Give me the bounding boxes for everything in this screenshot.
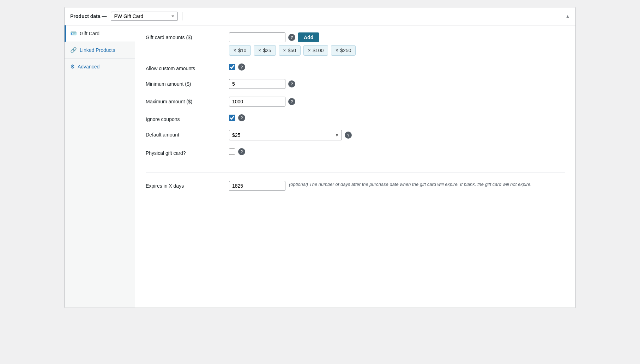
ignore-coupons-row: Ignore coupons ? — [146, 114, 565, 122]
physical-gift-card-label: Physical gift card? — [146, 148, 223, 156]
allow-custom-controls: ? — [229, 63, 245, 71]
expires-row: Expires in X days (optional) The number … — [146, 181, 565, 191]
expires-note: (optional) The number of days after the … — [289, 181, 532, 188]
expires-input[interactable] — [229, 181, 285, 191]
ignore-coupons-checkbox[interactable] — [229, 115, 235, 121]
product-type-select[interactable]: PW Gift Card Simple product Variable pro… — [111, 12, 178, 21]
allow-custom-help-icon: ? — [238, 63, 245, 71]
amount-tag-50: × $50 — [279, 45, 301, 56]
max-amount-row: Maximum amount ($) ? — [146, 97, 565, 107]
remove-tag-50[interactable]: × — [283, 48, 286, 53]
max-amount-controls: ? — [229, 97, 295, 107]
amount-tag-50-value: $50 — [288, 48, 296, 53]
physical-gift-card-row: Physical gift card? ? — [146, 148, 565, 156]
amount-tag-10-value: $10 — [238, 48, 246, 53]
panel-body: 🪪 Gift Card 🔗 Linked Products ⚙ Advanced — [65, 25, 575, 308]
physical-gift-card-help-icon: ? — [238, 148, 245, 155]
expires-controls: (optional) The number of days after the … — [229, 181, 532, 191]
physical-gift-card-checkbox[interactable] — [229, 148, 235, 155]
panel-header: Product data — PW Gift Card Simple produ… — [65, 7, 575, 25]
sidebar-label-gift-card: Gift Card — [80, 31, 99, 36]
product-data-panel: Product data — PW Gift Card Simple produ… — [64, 7, 576, 308]
physical-gift-card-controls: ? — [229, 148, 245, 155]
ignore-coupons-help-icon: ? — [238, 114, 245, 121]
amounts-label: Gift card amounts ($) — [146, 32, 223, 40]
amount-tag-100: × $100 — [303, 45, 328, 56]
sidebar-item-gift-card[interactable]: 🪪 Gift Card — [65, 25, 135, 42]
allow-custom-checkbox[interactable] — [229, 64, 235, 70]
default-amount-help-icon: ? — [345, 132, 352, 139]
amount-tag-100-value: $100 — [313, 48, 324, 53]
amounts-help-icon: ? — [288, 34, 295, 41]
allow-custom-label: Allow custom amounts — [146, 63, 223, 71]
default-amount-select[interactable]: $10 $25 $50 $100 $250 — [229, 130, 342, 140]
min-amount-input[interactable] — [229, 79, 285, 89]
amount-tags: × $10 × $25 × $50 — [229, 45, 356, 56]
ignore-coupons-label: Ignore coupons — [146, 114, 223, 122]
remove-tag-250[interactable]: × — [336, 48, 338, 53]
min-amount-controls: ? — [229, 79, 295, 89]
amount-tag-250-value: $250 — [340, 48, 351, 53]
min-amount-row: Minimum amount ($) ? — [146, 79, 565, 89]
gift-card-amounts-row: Gift card amounts ($) ? Add × $10 — [146, 32, 565, 56]
gift-card-section: Gift card amounts ($) ? Add × $10 — [146, 32, 565, 172]
panel-divider — [182, 12, 182, 20]
sidebar: 🪪 Gift Card 🔗 Linked Products ⚙ Advanced — [65, 25, 135, 308]
main-content: Gift card amounts ($) ? Add × $10 — [135, 25, 575, 308]
min-amount-help-icon: ? — [288, 80, 295, 87]
amount-tag-10: × $10 — [229, 45, 251, 56]
remove-tag-25[interactable]: × — [258, 48, 261, 53]
max-amount-input[interactable] — [229, 97, 285, 107]
panel-title: Product data — — [70, 13, 107, 19]
gear-icon: ⚙ — [70, 63, 75, 70]
amounts-controls: ? Add × $10 × $25 — [229, 32, 356, 56]
sidebar-label-advanced: Advanced — [78, 64, 99, 69]
collapse-icon[interactable]: ▲ — [566, 14, 570, 19]
amount-tag-25: × $25 — [254, 45, 276, 56]
max-amount-label: Maximum amount ($) — [146, 97, 223, 104]
expires-label: Expires in X days — [146, 181, 223, 189]
amount-tag-250: × $250 — [331, 45, 356, 56]
default-amount-controls: $10 $25 $50 $100 $250 ? — [229, 130, 352, 140]
amount-tag-25-value: $25 — [263, 48, 271, 53]
sidebar-item-advanced[interactable]: ⚙ Advanced — [65, 59, 135, 75]
link-icon: 🔗 — [70, 47, 77, 53]
add-amount-button[interactable]: Add — [298, 32, 319, 42]
amounts-input[interactable] — [229, 32, 285, 42]
sidebar-item-linked-products[interactable]: 🔗 Linked Products — [65, 42, 135, 59]
credit-card-icon: 🪪 — [70, 30, 77, 37]
sidebar-label-linked-products: Linked Products — [80, 47, 115, 53]
default-amount-row: Default amount $10 $25 $50 $100 $250 ? — [146, 130, 565, 140]
allow-custom-row: Allow custom amounts ? — [146, 63, 565, 71]
outer-wrapper: Product data — PW Gift Card Simple produ… — [0, 0, 640, 364]
min-amount-label: Minimum amount ($) — [146, 79, 223, 87]
ignore-coupons-controls: ? — [229, 114, 245, 121]
remove-tag-100[interactable]: × — [308, 48, 310, 53]
expires-section: Expires in X days (optional) The number … — [146, 181, 565, 207]
remove-tag-10[interactable]: × — [234, 48, 236, 53]
default-amount-label: Default amount — [146, 130, 223, 138]
max-amount-help-icon: ? — [288, 98, 295, 105]
